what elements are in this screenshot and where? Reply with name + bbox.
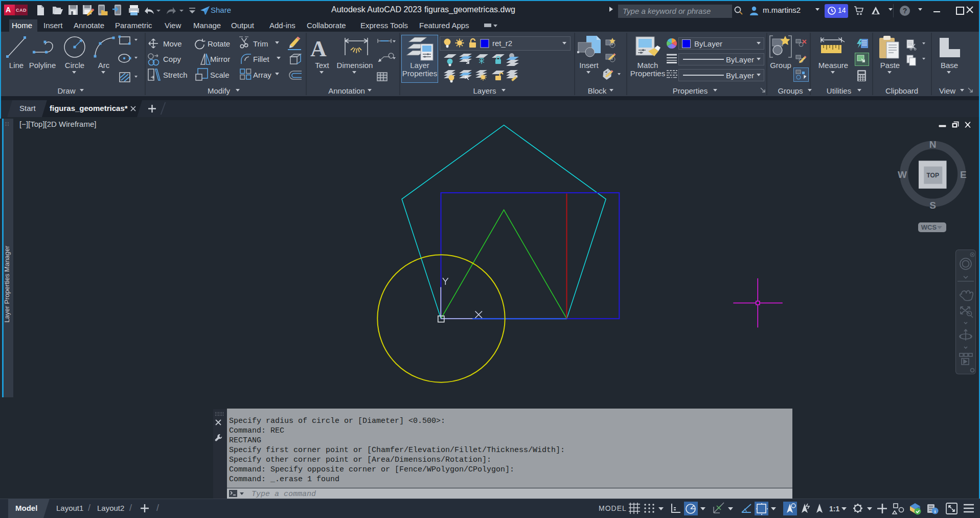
svg-text:?: ? bbox=[903, 7, 907, 15]
svg-text:W: W bbox=[898, 169, 907, 180]
svg-text:S: S bbox=[929, 200, 936, 211]
svg-text:N: N bbox=[929, 139, 937, 150]
svg-text:1:1: 1:1 bbox=[829, 505, 839, 513]
svg-text:E: E bbox=[960, 169, 967, 180]
svg-text:WCS: WCS bbox=[921, 223, 937, 231]
svg-text:TOP: TOP bbox=[926, 172, 939, 179]
